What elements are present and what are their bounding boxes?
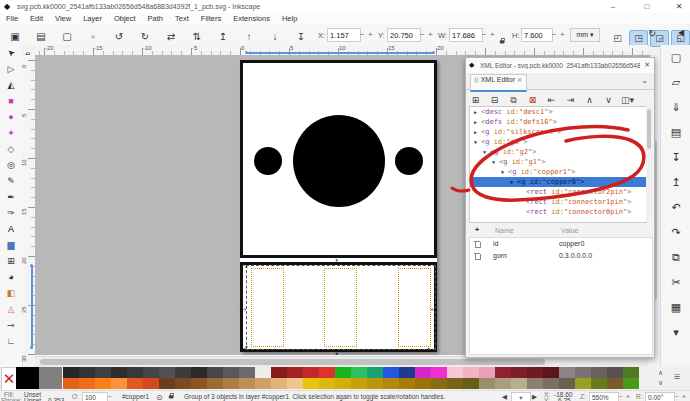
lower-to-bottom-button[interactable]: ↧ <box>293 29 309 45</box>
xml-node-defs16[interactable]: ▶<defs id:"defs16"> <box>470 117 646 127</box>
export-button[interactable]: ↥ <box>661 170 690 195</box>
commands-more-button[interactable]: ▾ <box>661 320 690 345</box>
scale-handle-bottom-middle[interactable]: ↔ <box>333 347 343 355</box>
layer-lock-icon[interactable] <box>168 392 176 401</box>
opacity-field[interactable]: 100 <box>82 392 108 401</box>
vertical-ruler[interactable]: 051015202530 <box>22 55 36 355</box>
palette-swatch[interactable] <box>335 378 351 389</box>
palette-swatch[interactable] <box>191 378 207 389</box>
raise-to-top-button[interactable]: ↥ <box>215 29 231 45</box>
menu-text[interactable]: Text <box>169 13 195 23</box>
palette-swatch[interactable] <box>111 378 127 389</box>
palette-swatch[interactable] <box>303 367 319 378</box>
expander-icon[interactable]: ▶ <box>474 107 481 117</box>
delete-attribute-icon[interactable] <box>474 241 480 247</box>
expander-icon[interactable]: ▶ <box>474 127 481 137</box>
expander-icon[interactable]: ▼ <box>501 167 508 177</box>
palette-swatch[interactable] <box>287 367 303 378</box>
gradient-tool[interactable]: ▆ <box>0 237 22 253</box>
palette-swatch[interactable] <box>543 378 559 389</box>
xml-node-g3[interactable]: ▼<g id:"g3"> <box>470 137 646 147</box>
pcb-hole-right[interactable] <box>395 147 423 175</box>
palette-swatch[interactable] <box>415 378 431 389</box>
palette-swatch[interactable] <box>127 367 143 378</box>
spiral-tool[interactable]: ◎ <box>0 157 22 173</box>
palette-swatch[interactable] <box>367 367 383 378</box>
palette-swatch[interactable] <box>383 367 399 378</box>
measure-tool[interactable]: ∟ <box>0 333 22 349</box>
w-minus-button[interactable]: − <box>482 30 487 39</box>
palette-swatch[interactable] <box>239 378 255 389</box>
palette-swatch[interactable] <box>623 367 639 378</box>
h-field[interactable] <box>521 28 553 42</box>
palette-swatch-black[interactable] <box>16 367 39 389</box>
attribute-row-id[interactable]: idcopper0 <box>470 238 652 250</box>
palette-swatch[interactable] <box>479 378 495 389</box>
indent-node-button[interactable]: ⇥ <box>564 93 578 107</box>
palette-swatch[interactable] <box>159 367 175 378</box>
connector-tool[interactable]: ⊸ <box>0 317 22 333</box>
palette-swatch[interactable] <box>191 367 207 378</box>
palette-swatch[interactable] <box>431 367 447 378</box>
palette-swatch[interactable] <box>239 367 255 378</box>
attribute-value[interactable]: copper0 <box>559 240 584 247</box>
palette-swatch-none[interactable]: ✕ <box>1 367 17 391</box>
unindent-node-button[interactable]: ⇤ <box>545 93 559 107</box>
palette-swatch[interactable] <box>623 378 639 389</box>
palette-swatch[interactable] <box>575 367 591 378</box>
selection-cue-button[interactable]: ▫ <box>85 29 101 45</box>
zoom-field[interactable]: 550% <box>589 392 619 401</box>
flip-horizontal-button[interactable]: ⇄ <box>163 29 179 45</box>
palette-swatch[interactable] <box>399 367 415 378</box>
pcb-silkscreen-area[interactable] <box>240 60 437 258</box>
save-document-button[interactable]: ⇓ <box>661 95 690 120</box>
palette-swatch[interactable] <box>463 378 479 389</box>
y-minus-button[interactable]: − <box>420 30 425 39</box>
rotate-cw-button[interactable]: ↻ <box>137 29 153 45</box>
palette-menu-icon[interactable]: ☰ <box>674 373 680 381</box>
eraser-tool[interactable]: ◬ <box>0 301 22 317</box>
palette-swatch[interactable] <box>559 378 575 389</box>
menu-help[interactable]: Help <box>276 13 303 23</box>
xml-tree-scrollbar[interactable] <box>646 106 652 221</box>
scale-handle-middle-left[interactable]: ↔ <box>238 303 248 313</box>
attribute-row-gorn[interactable]: gorn0.3.0.0.0.0 <box>470 250 652 262</box>
palette-scroll-up-icon[interactable]: ∧ <box>658 369 663 377</box>
ellipse-tool[interactable]: ● <box>0 109 22 125</box>
palette-swatch[interactable] <box>495 367 511 378</box>
h-minus-button[interactable]: − <box>552 30 557 39</box>
move-node-up-button[interactable]: ∧ <box>583 93 597 107</box>
palette-swatch[interactable] <box>415 367 431 378</box>
palette-swatch[interactable] <box>511 367 527 378</box>
palette-swatch[interactable] <box>223 367 239 378</box>
maximize-button[interactable]: □ <box>636 0 658 13</box>
palette-swatch[interactable] <box>207 378 223 389</box>
y-field[interactable] <box>387 28 421 42</box>
palette-swatch[interactable] <box>111 367 127 378</box>
expander-icon[interactable]: ▶ <box>474 117 481 127</box>
w-plus-button[interactable]: + <box>490 30 495 39</box>
palette-swatch[interactable] <box>463 367 479 378</box>
new-text-node-button[interactable]: ⊟ <box>488 93 502 107</box>
rotate-ccw-button[interactable]: ↺ <box>111 29 127 45</box>
menu-object[interactable]: Object <box>108 13 142 23</box>
cut-button[interactable]: ✂ <box>661 270 690 295</box>
palette-swatch[interactable] <box>319 378 335 389</box>
deselect-button[interactable]: ▢ <box>59 29 75 45</box>
layer-indicator[interactable]: #copper1 <box>122 393 149 400</box>
menu-view[interactable]: View <box>49 13 77 23</box>
x-minus-button[interactable]: − <box>360 30 365 39</box>
palette-swatch[interactable] <box>63 367 79 378</box>
minimize-button[interactable]: – <box>602 0 624 13</box>
palette-swatch[interactable] <box>303 378 319 389</box>
calligraphy-tool[interactable]: ✑ <box>0 205 22 221</box>
tab-close-icon[interactable]: ✕ <box>517 77 522 83</box>
pencil-tool[interactable]: ✎ <box>0 173 22 189</box>
zoom-minus-button[interactable]: − <box>619 393 623 400</box>
palette-swatch[interactable] <box>79 367 95 378</box>
scale-handle-top-middle[interactable]: ↔ <box>333 257 343 267</box>
palette-swatch[interactable] <box>63 378 79 389</box>
palette-swatch[interactable] <box>447 367 463 378</box>
palette-swatch[interactable] <box>479 367 495 378</box>
stroke-width-value[interactable]: 0.353 <box>48 397 64 401</box>
